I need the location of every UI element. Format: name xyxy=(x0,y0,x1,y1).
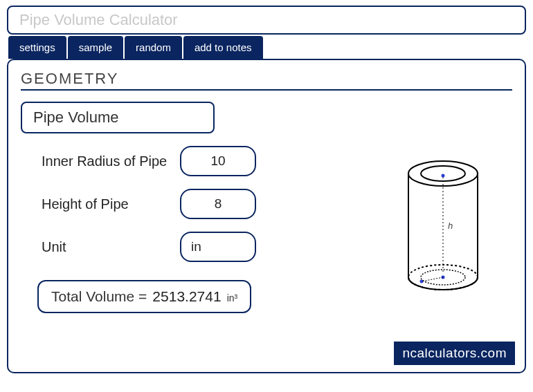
result-unit: in³ xyxy=(227,292,238,304)
result-label: Total Volume = xyxy=(51,288,147,305)
brand-badge[interactable]: ncalculators.com xyxy=(394,342,515,365)
pipe-diagram-icon: h xyxy=(391,153,495,305)
section-underline xyxy=(21,89,512,91)
svg-line-10 xyxy=(422,277,443,281)
result-box: Total Volume = 2513.2741 in³ xyxy=(37,280,251,313)
svg-point-0 xyxy=(408,161,478,186)
tab-add-to-notes[interactable]: add to notes xyxy=(183,36,263,59)
tab-bar: settings sample random add to notes xyxy=(7,36,526,59)
height-input[interactable] xyxy=(180,189,256,219)
unit-label: Unit xyxy=(42,238,180,256)
calculator-panel: GEOMETRY Pipe Volume Inner Radius of Pip… xyxy=(7,59,526,373)
field-height: Height of Pipe xyxy=(42,189,374,219)
field-unit: Unit xyxy=(42,232,374,262)
result-value: 2513.2741 xyxy=(152,288,221,305)
inner-radius-label: Inner Radius of Pipe xyxy=(42,152,180,170)
tab-random[interactable]: random xyxy=(125,36,182,59)
mode-selector[interactable]: Pipe Volume xyxy=(21,102,215,133)
form-column: Inner Radius of Pipe Height of Pipe Unit… xyxy=(21,146,374,313)
section-title: GEOMETRY xyxy=(21,70,512,88)
svg-point-1 xyxy=(421,166,465,181)
tab-sample[interactable]: sample xyxy=(68,36,123,59)
page-title: Pipe Volume Calculator xyxy=(7,6,526,35)
tab-settings[interactable]: settings xyxy=(8,36,66,59)
diagram-height-symbol: h xyxy=(448,221,453,231)
diagram-column: h xyxy=(374,146,512,305)
unit-input[interactable] xyxy=(180,232,256,262)
svg-point-7 xyxy=(442,174,445,178)
field-inner-radius: Inner Radius of Pipe xyxy=(42,146,374,176)
inner-radius-input[interactable] xyxy=(180,146,256,176)
height-label: Height of Pipe xyxy=(42,195,180,213)
